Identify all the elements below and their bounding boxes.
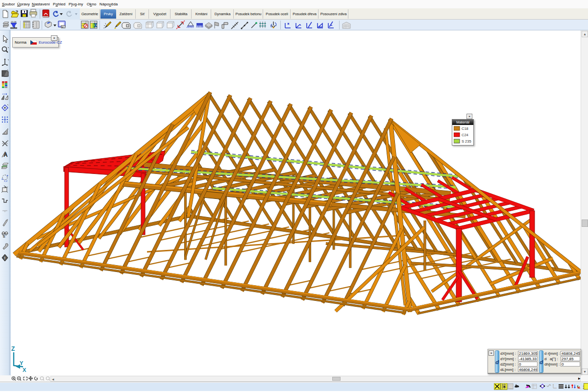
svg-text:!: ! xyxy=(4,256,6,260)
svg-text:Y: Y xyxy=(20,360,24,366)
svg-text:Z: Z xyxy=(11,345,15,352)
svg-text:X: X xyxy=(23,367,26,373)
svg-text:C18: C18 xyxy=(462,126,468,131)
svg-text:A: A xyxy=(3,151,8,158)
svg-text:S 235: S 235 xyxy=(462,139,471,144)
svg-text:B: B xyxy=(3,235,5,238)
svg-text:C24: C24 xyxy=(462,133,468,137)
svg-text:1,2: 1,2 xyxy=(4,179,7,182)
svg-text:M: M xyxy=(62,26,63,28)
